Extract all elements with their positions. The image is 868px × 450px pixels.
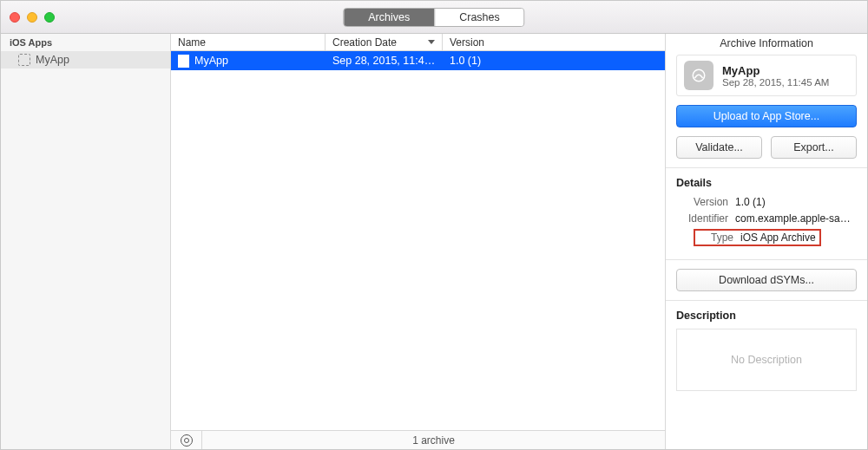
archives-main: Name Creation Date Version MyApp Sep 28,… bbox=[171, 34, 665, 449]
table-header: Name Creation Date Version bbox=[171, 34, 665, 51]
details-label-version: Version bbox=[676, 196, 728, 208]
details-section: Details Version 1.0 (1) Identifier com.e… bbox=[666, 167, 867, 259]
description-title: Description bbox=[676, 310, 857, 322]
details-value-version: 1.0 (1) bbox=[735, 196, 857, 208]
download-dsyms-button[interactable]: Download dSYMs... bbox=[676, 269, 857, 291]
sidebar-item-label: MyApp bbox=[36, 54, 69, 66]
description-placeholder: No Description bbox=[731, 354, 802, 366]
organizer-window: Archives Crashes iOS Apps MyApp Name Cre… bbox=[0, 0, 868, 450]
tab-archives[interactable]: Archives bbox=[344, 9, 434, 26]
traffic-lights bbox=[10, 12, 55, 23]
table-rows: MyApp Sep 28, 2015, 11:45 AM 1.0 (1) bbox=[171, 51, 665, 430]
details-value-identifier: com.example.apple-sam… bbox=[735, 212, 857, 225]
dsyms-section: Download dSYMs... bbox=[666, 259, 867, 300]
details-title: Details bbox=[676, 177, 857, 189]
status-text: 1 archive bbox=[202, 434, 665, 447]
row-date: Sep 28, 2015, 11:45 AM bbox=[326, 55, 443, 67]
row-name: MyApp bbox=[194, 55, 228, 67]
inspector: Archive Information MyApp Sep 28, 2015, … bbox=[665, 34, 867, 449]
actions-menu-button[interactable] bbox=[171, 431, 202, 449]
validate-export-row: Validate... Export... bbox=[666, 136, 867, 167]
row-version: 1.0 (1) bbox=[443, 55, 665, 67]
export-button[interactable]: Export... bbox=[771, 136, 857, 159]
gear-icon bbox=[181, 434, 193, 447]
upload-button[interactable]: Upload to App Store... bbox=[676, 105, 857, 127]
archive-name: MyApp bbox=[722, 64, 829, 77]
sidebar: iOS Apps MyApp bbox=[1, 34, 171, 449]
description-box[interactable]: No Description bbox=[676, 329, 857, 391]
sidebar-section-header: iOS Apps bbox=[1, 34, 170, 51]
minimize-window-button[interactable] bbox=[27, 12, 37, 23]
validate-button[interactable]: Validate... bbox=[676, 136, 762, 159]
inspector-title: Archive Information bbox=[666, 34, 867, 55]
column-header-date[interactable]: Creation Date bbox=[326, 34, 443, 50]
window-body: iOS Apps MyApp Name Creation Date Versio… bbox=[1, 34, 867, 449]
table-row[interactable]: MyApp Sep 28, 2015, 11:45 AM 1.0 (1) bbox=[171, 51, 665, 70]
close-window-button[interactable] bbox=[10, 12, 20, 23]
details-label-identifier: Identifier bbox=[676, 212, 728, 225]
tab-segmented-control: Archives Crashes bbox=[343, 8, 524, 27]
sort-descending-icon bbox=[428, 40, 435, 44]
column-header-name[interactable]: Name bbox=[171, 34, 326, 50]
archive-summary: MyApp Sep 28, 2015, 11:45 AM bbox=[676, 55, 857, 96]
details-label-type: Type bbox=[699, 232, 733, 244]
archive-app-icon bbox=[684, 61, 713, 90]
archive-date: Sep 28, 2015, 11:45 AM bbox=[722, 77, 829, 88]
status-bar: 1 archive bbox=[171, 430, 665, 449]
details-value-type: iOS App Archive bbox=[740, 232, 816, 244]
archive-doc-icon bbox=[178, 55, 189, 68]
tab-crashes[interactable]: Crashes bbox=[434, 9, 524, 26]
app-placeholder-icon bbox=[18, 54, 30, 66]
zoom-window-button[interactable] bbox=[44, 12, 55, 23]
window-titlebar: Archives Crashes bbox=[1, 1, 867, 34]
sidebar-item-app[interactable]: MyApp bbox=[1, 51, 170, 68]
column-header-version[interactable]: Version bbox=[443, 34, 665, 50]
description-section: Description No Description bbox=[666, 300, 867, 400]
